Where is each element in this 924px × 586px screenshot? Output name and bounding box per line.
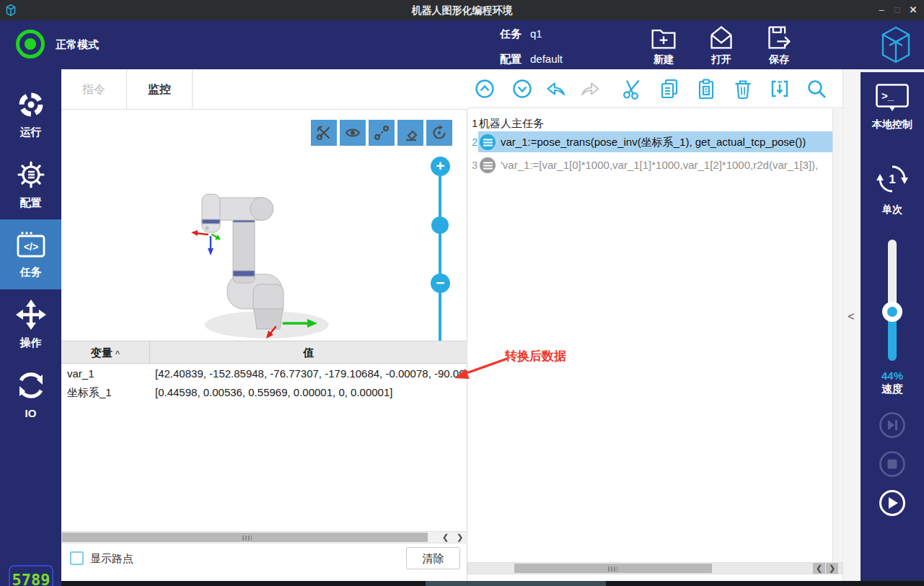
insert-button[interactable] <box>769 78 791 100</box>
program-panel: 1 机器人主任务 2 var_1:=pose_trans(pose_inv(坐标… <box>467 69 842 586</box>
sidebar-item-io[interactable]: IO <box>0 359 61 429</box>
cut-scissors-icon <box>622 78 643 100</box>
brand-cube-logo-icon <box>881 26 910 64</box>
io-cycle-icon <box>16 370 46 401</box>
scroll-right-button[interactable]: ❯ <box>454 532 466 543</box>
clear-button[interactable]: 清除 <box>406 547 460 569</box>
redo-button[interactable] <box>579 78 601 100</box>
undo-button[interactable] <box>545 78 567 100</box>
copy-button[interactable] <box>659 78 680 100</box>
line-number: 3 <box>469 156 478 175</box>
zoom-slider-handle[interactable] <box>431 217 449 234</box>
sidebar-item-label: 配置 <box>20 196 42 210</box>
eraser-icon <box>402 124 419 141</box>
status-indicator-icon <box>16 30 45 58</box>
sidebar-item-config[interactable]: 配置 <box>0 149 61 219</box>
speed-slider-handle[interactable] <box>882 302 902 322</box>
code-line[interactable]: 1 机器人主任务 <box>467 114 840 133</box>
viewport-rotate-button[interactable] <box>426 120 452 146</box>
scroll-left-button[interactable]: ❮ <box>439 532 452 543</box>
paste-button[interactable] <box>695 78 717 100</box>
tools-icon <box>315 124 333 141</box>
sidebar-item-operate[interactable]: 操作 <box>0 289 61 359</box>
speed-slider-track[interactable] <box>888 240 897 312</box>
sidebar-item-label: 操作 <box>20 336 42 350</box>
zoom-out-button[interactable]: − <box>431 274 450 293</box>
play-button[interactable] <box>879 489 906 517</box>
column-variable[interactable]: 变量 ^ <box>61 341 150 364</box>
app-window: 机器人图形化编程环境 – □ ✕ 正常模式 任务q1 配置default 新建 … <box>0 0 924 586</box>
bottom-bar-segment <box>426 581 606 586</box>
viewport-visibility-button[interactable] <box>340 120 366 146</box>
save-task-button[interactable]: 保存 <box>756 25 802 66</box>
stop-button[interactable] <box>879 450 906 478</box>
program-vscrollbar[interactable] <box>832 109 842 562</box>
code-line-selected[interactable]: 2 var_1:=pose_trans(pose_inv(坐标系_1), get… <box>467 132 840 152</box>
variable-name: 坐标系_1 <box>67 383 112 402</box>
tab-instruction[interactable]: 指令 <box>61 69 127 110</box>
operate-move-icon <box>16 299 46 330</box>
waypoints-icon <box>373 124 390 141</box>
cut-button[interactable] <box>622 78 643 100</box>
line-number: 1 <box>469 114 478 133</box>
task-label: 任务 <box>500 27 522 40</box>
program-hscrollbar[interactable]: ❮ ❯ <box>467 562 842 574</box>
step-forward-button[interactable] <box>879 411 906 439</box>
sort-caret-icon: ^ <box>115 349 120 358</box>
close-button[interactable]: ✕ <box>905 0 921 20</box>
eye-icon <box>344 124 361 141</box>
local-control-terminal-icon[interactable]: >_ <box>876 84 909 114</box>
run-target-icon <box>17 90 45 119</box>
open-envelope-icon <box>708 25 735 51</box>
line-text: var_1:=pose_trans(pose_inv(坐标系_1), get_a… <box>501 132 838 152</box>
collapse-panel-button[interactable]: < <box>845 307 857 326</box>
new-task-button[interactable]: 新建 <box>641 25 687 66</box>
bottom-bar <box>61 581 924 586</box>
monitor-hscrollbar[interactable]: ❮ ❯ <box>61 531 467 543</box>
sidebar-item-label: IO <box>25 407 37 419</box>
table-row[interactable]: var_1 [42.40839, -152.85948, -76.77307, … <box>61 364 467 383</box>
save-arrow-icon <box>765 25 793 51</box>
robot-3d-view[interactable] <box>166 176 361 349</box>
sidebar-item-label: 任务 <box>20 266 42 279</box>
single-cycle-icon[interactable]: 1 <box>875 162 910 196</box>
left-sidebar: 运行 配置 </> 任务 操作 <box>0 69 61 586</box>
scroll-right-button[interactable]: ❯ <box>826 563 838 574</box>
delete-button[interactable] <box>732 78 754 100</box>
viewport-tools-button[interactable] <box>311 120 337 146</box>
scrollbar-thumb[interactable] <box>514 564 712 573</box>
table-row[interactable]: 坐标系_1 [0.44598, 0.00536, 0.55969, 0.0000… <box>61 383 467 402</box>
scrollbar-thumb[interactable] <box>62 533 428 542</box>
variable-name: var_1 <box>67 364 94 383</box>
search-button[interactable] <box>806 78 827 100</box>
line-text: 'var_1:=[var_1[0]*1000,var_1[1]*1000,var… <box>501 156 838 175</box>
line-text: 机器人主任务 <box>479 114 838 133</box>
config-label: 配置 <box>500 53 522 65</box>
sidebar-item-run[interactable]: 运行 <box>0 79 61 149</box>
program-toolbar <box>467 69 842 108</box>
collapse-up-button[interactable] <box>474 78 496 100</box>
minimize-button[interactable]: – <box>874 0 889 20</box>
column-value[interactable]: 值 <box>150 341 467 364</box>
code-line-comment[interactable]: 3 'var_1:=[var_1[0]*1000,var_1[1]*1000,v… <box>467 156 840 175</box>
scroll-left-button[interactable]: ❮ <box>813 563 825 574</box>
variable-table-header: 变量 ^ 值 <box>61 341 467 364</box>
task-code-icon: </> <box>15 230 47 259</box>
svg-text:>_: >_ <box>881 89 894 102</box>
zoom-in-button[interactable]: + <box>431 157 450 176</box>
tab-monitor[interactable]: 监控 <box>127 69 193 110</box>
tab-bar: 指令 监控 <box>61 69 467 110</box>
insert-bracket-icon <box>769 78 791 100</box>
copy-icon <box>659 78 680 100</box>
expand-down-button[interactable] <box>511 78 533 100</box>
sidebar-item-task[interactable]: </> 任务 <box>0 219 61 289</box>
viewport-erase-button[interactable] <box>397 120 423 146</box>
viewport-path-button[interactable] <box>369 120 395 146</box>
speed-label: 速度 <box>861 382 924 396</box>
show-waypoints-label: 显示路点 <box>90 552 133 566</box>
show-waypoints-checkbox[interactable] <box>70 551 84 565</box>
maximize-button[interactable]: □ <box>889 0 905 20</box>
open-task-button[interactable]: 打开 <box>698 25 744 66</box>
monitor-panel: 指令 监控 <box>61 69 467 586</box>
single-label: 单次 <box>861 204 924 217</box>
